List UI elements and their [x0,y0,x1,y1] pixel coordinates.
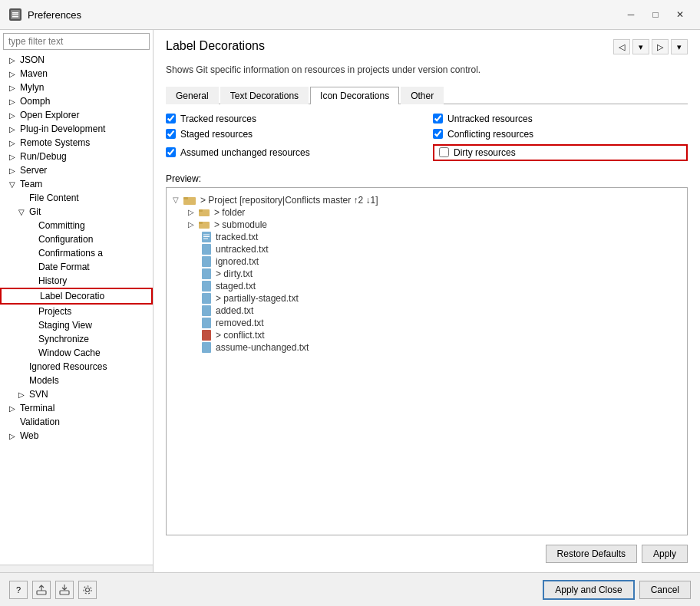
sidebar-item-label: Committing [38,220,85,231]
sidebar-item-label: Remote Systems [20,137,90,148]
preview-staged: staged.txt [173,280,681,292]
forward-dropdown-button[interactable]: ▾ [671,39,688,54]
sidebar-item-label: Date Format [38,262,90,272]
folder-icon [183,195,196,205]
svg-rect-17 [202,281,211,291]
sidebar-item-label-decorations[interactable]: Label Decoratio [0,288,153,305]
svg-point-25 [86,588,90,591]
sidebar-item-plugin-dev[interactable]: ▷ Plug-in Development [0,122,153,136]
sidebar-item-label: Validation [20,417,60,427]
tracked-checkbox[interactable] [166,114,176,124]
sidebar-item-svn[interactable]: ▷ SVN [0,387,153,401]
forward-button[interactable]: ▷ [652,39,669,54]
svg-rect-19 [202,305,211,316]
close-button[interactable]: ✕ [669,6,691,23]
preview-box: ▽ > Project [repository|Conflicts master… [166,187,688,535]
svg-rect-22 [202,342,211,353]
sidebar-item-label: History [38,275,67,286]
sidebar-item-web[interactable]: ▷ Web [0,429,153,443]
preview-section: Preview: ▽ > Project [repository|Conflic… [166,173,688,535]
back-button[interactable]: ◁ [613,39,630,54]
sidebar-item-label: Server [20,165,47,176]
apply-close-button[interactable]: Apply and Close [543,580,634,600]
sidebar-item-server[interactable]: ▷ Server [0,163,153,177]
maximize-button[interactable]: □ [645,6,666,23]
preview-item-text: removed.txt [216,318,264,328]
page-title: Label Decorations [166,39,265,53]
preview-assume-unchanged: assume-unchanged.txt [173,341,681,354]
preview-added: added.txt [173,305,681,317]
dirty-checkbox[interactable] [439,147,449,157]
filter-input[interactable] [3,33,150,50]
preview-conflict: > conflict.txt [173,329,681,341]
preview-label: Preview: [166,173,688,184]
apply-button[interactable]: Apply [642,545,688,563]
sidebar-item-ignored-resources[interactable]: Ignored Resources [0,360,153,374]
dropdown-button[interactable]: ▾ [632,39,649,54]
tab-general[interactable]: General [166,87,219,104]
restore-defaults-button[interactable]: Restore Defaults [546,545,637,563]
sidebar-item-label: Models [29,375,59,386]
untracked-checkbox[interactable] [433,114,443,124]
tab-icon-decorations[interactable]: Icon Decorations [310,87,399,104]
sidebar-item-window-cache[interactable]: Window Cache [0,346,153,360]
arrow-icon: ▽ [18,208,26,216]
sidebar-item-remote-systems[interactable]: ▷ Remote Systems [0,136,153,150]
preview-item-text: > folder [214,207,245,218]
sidebar-item-label: Configuration [38,234,93,245]
help-button[interactable]: ? [9,581,28,599]
sidebar-item-synchronize[interactable]: Synchronize [0,332,153,346]
sidebar-item-configuration[interactable]: Configuration [0,232,153,246]
arrow-icon: ▷ [9,139,17,147]
sidebar-item-committing[interactable]: Committing [0,219,153,232]
sidebar-item-label: Mylyn [20,82,44,93]
footer-left: ? [9,581,97,599]
sidebar-item-mylyn[interactable]: ▷ Mylyn [0,81,153,94]
preview-project: ▽ > Project [repository|Conflicts master… [173,194,681,206]
checkbox-untracked: Untracked resources [433,114,688,124]
tab-other[interactable]: Other [401,87,444,104]
arrow-icon: ▷ [9,125,17,133]
minimize-button[interactable]: ─ [620,6,642,23]
sidebar-item-validation[interactable]: Validation [0,415,153,429]
preview-item-text: > conflict.txt [216,330,265,341]
sidebar-item-maven[interactable]: ▷ Maven [0,67,153,81]
preview-item-text: assume-unchanged.txt [216,342,309,353]
sidebar-item-date-format[interactable]: Date Format [0,260,153,274]
sidebar-item-models[interactable]: Models [0,374,153,387]
sidebar-item-team[interactable]: ▽ Team [0,177,153,191]
svg-rect-14 [202,244,211,255]
content-description: Shows Git specific information on resour… [166,64,688,77]
sidebar-item-open-explorer[interactable]: ▷ Open Explorer [0,108,153,122]
conflicting-checkbox[interactable] [433,129,443,139]
sidebar-item-oomph[interactable]: ▷ Oomph [0,94,153,108]
tab-text-decorations[interactable]: Text Decorations [220,87,309,104]
sidebar-item-label: Run/Debug [20,151,67,162]
file-icon [202,330,211,341]
file-icon [202,244,211,255]
sidebar-item-run-debug[interactable]: ▷ Run/Debug [0,150,153,163]
dirty-label: Dirty resources [454,147,516,158]
staged-checkbox[interactable] [166,129,176,139]
sidebar-item-staging-view[interactable]: Staging View [0,318,153,332]
sidebar-item-projects[interactable]: Projects [0,305,153,318]
expand-icon: ▷ [188,208,194,216]
sidebar-item-json[interactable]: ▷ JSON [0,53,153,67]
arrow-icon: ▷ [9,432,17,440]
sidebar-item-history[interactable]: History [0,274,153,288]
settings-button[interactable] [78,581,97,599]
sidebar-scrollbar[interactable] [0,565,153,572]
untracked-label: Untracked resources [447,114,533,124]
cancel-button[interactable]: Cancel [639,581,691,599]
import-button[interactable] [55,581,74,599]
sidebar-item-terminal[interactable]: ▷ Terminal [0,401,153,415]
preview-item-text: staged.txt [216,281,256,291]
sidebar-item-git[interactable]: ▽ Git [0,205,153,219]
sidebar-item-label: Projects [38,306,71,317]
sidebar-item-confirmations[interactable]: Confirmations a [0,246,153,260]
export-button[interactable] [32,581,51,599]
assumed-unchanged-checkbox[interactable] [166,147,176,157]
nav-buttons: ◁ ▾ ▷ ▾ [613,39,688,54]
sidebar-item-label: Open Explorer [20,110,79,120]
sidebar-item-file-content[interactable]: File Content [0,191,153,205]
